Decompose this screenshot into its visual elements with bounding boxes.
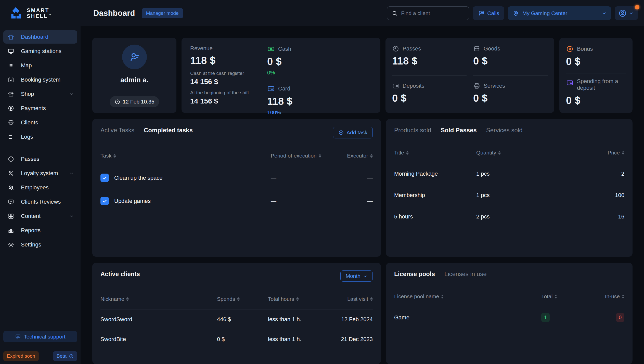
goods-stat: Goods 0 $ [473, 45, 548, 76]
top-bar: SMART SHELL™ Dashboard Manager mode [0, 0, 644, 26]
column-header-nickname[interactable]: Nickname [100, 296, 217, 302]
account-menu-button[interactable] [615, 6, 638, 20]
sidebar-item-map[interactable]: Map [3, 59, 77, 72]
task-checkbox[interactable] [100, 174, 109, 182]
info-icon [69, 354, 74, 359]
banknote-icon [267, 45, 275, 53]
table-row: Membership 1 pcs 100 [394, 185, 624, 206]
people-group-icon [8, 184, 14, 191]
bonus-value: 0 $ [566, 56, 626, 67]
operator-name: admin a. [120, 76, 148, 84]
sidebar-divider [4, 148, 76, 148]
sidebar-item-dashboard[interactable]: Dashboard [3, 30, 77, 44]
currency-coin-icon [8, 105, 14, 112]
sales-tabs: Products sold Sold Passes Services sold [394, 127, 624, 134]
bonus-header: Bonus [566, 45, 626, 53]
sort-icon [555, 295, 557, 298]
card-section-header: Card [267, 85, 372, 93]
sidebar-item-payments[interactable]: Payments [3, 102, 77, 115]
period-select-button[interactable]: Month [340, 270, 373, 282]
period-label: Month [346, 273, 360, 279]
client-spends: 446 $ [217, 316, 268, 323]
sidebar-item-settings[interactable]: Settings [3, 238, 77, 251]
sidebar-item-gaming-stations[interactable]: Gaming stations [3, 45, 77, 58]
sidebar-item-shop[interactable]: Shop [3, 87, 77, 101]
sidebar-item-loyalty-system[interactable]: Loyalty system [3, 167, 77, 180]
column-header-total[interactable]: Total [541, 293, 589, 300]
cash-value: 0 $ [267, 56, 372, 67]
client-total-hours: less than 1 h. [268, 336, 314, 343]
sort-icon [441, 295, 444, 298]
column-header-title[interactable]: Title [394, 150, 476, 156]
brand-name: SMART SHELL™ [27, 8, 51, 19]
divider [98, 91, 170, 91]
tab-licenses-in-use[interactable]: Licenses in use [444, 270, 486, 278]
column-header-in-use[interactable]: In-use [589, 293, 624, 300]
sidebar-item-clients[interactable]: Clients [3, 116, 77, 129]
sidebar: Dashboard Gaming stations Map [0, 26, 81, 364]
sidebar-item-label: Clients [21, 119, 38, 126]
licenses-table-header: License pool name Total In-use [394, 293, 624, 307]
sidebar-item-passes[interactable]: Passes [3, 152, 77, 166]
calls-button[interactable]: Calls [473, 6, 504, 20]
chevron-down-icon [69, 92, 74, 96]
sort-icon [622, 295, 624, 298]
tab-completed-tasks[interactable]: Completed tasks [144, 127, 193, 134]
credit-card-icon [267, 85, 275, 93]
column-header-task[interactable]: Task [100, 153, 271, 159]
tasks-tabs: Active Tasks Completed tasks Add task [100, 127, 373, 138]
tab-license-pools[interactable]: License pools [394, 270, 435, 278]
table-row: SwordSword 446 $ less than 1 h. 12 Feb 2… [100, 309, 373, 329]
center-selector[interactable]: My Gaming Center [508, 6, 611, 20]
dots-grid-icon [8, 62, 14, 69]
task-title: Clean up the space [114, 175, 163, 181]
sidebar-item-content[interactable]: Content [3, 210, 77, 223]
sidebar-divider [4, 347, 76, 347]
bonus-target-icon [566, 45, 574, 53]
tab-services-sold[interactable]: Services sold [486, 127, 523, 134]
column-header-price[interactable]: Price [591, 150, 624, 156]
revenue-label: Revenue [190, 45, 267, 52]
calendar-check-icon [8, 76, 14, 83]
sidebar-item-employees[interactable]: Employees [3, 181, 77, 194]
task-title: Update games [114, 198, 151, 204]
add-task-button[interactable]: Add task [333, 127, 373, 138]
column-header-spends[interactable]: Spends [217, 296, 268, 302]
technical-support-button[interactable]: Technical support [3, 331, 77, 342]
licenses-tabs: License pools Licenses in use [394, 270, 624, 278]
client-last-visit: 21 Dec 2023 [314, 336, 373, 343]
stats-cards-row: admin a. 12 Feb 10:35 Revenue 118 $ [92, 38, 633, 113]
bonus-label: Bonus [577, 46, 593, 52]
list-lines-icon [8, 134, 14, 140]
task-period: — [271, 198, 332, 204]
manager-mode-badge[interactable]: Manager mode [142, 8, 183, 18]
task-checkbox[interactable] [100, 197, 109, 205]
page-title: Dashboard [93, 9, 135, 18]
column-header-last-visit[interactable]: Last visit [314, 296, 373, 302]
column-header-pool-name[interactable]: License pool name [394, 293, 541, 300]
passes-value: 118 $ [392, 55, 467, 67]
tab-active-tasks[interactable]: Active Tasks [100, 127, 134, 134]
brand-logo[interactable]: SMART SHELL™ [0, 7, 81, 20]
beta-badge[interactable]: Beta [53, 351, 77, 361]
table-row: Game 1 0 [394, 307, 624, 328]
sort-icon [319, 154, 321, 158]
sidebar-item-booking-system[interactable]: Booking system [3, 73, 77, 86]
column-header-period[interactable]: Period of execution [271, 153, 332, 159]
sales-stats-card: Passes 118 $ Goods 0 $ [385, 38, 554, 113]
tab-sold-passes[interactable]: Sold Passes [441, 127, 476, 134]
column-header-total-hours[interactable]: Total hours [268, 296, 314, 302]
sidebar-item-label: Passes [21, 156, 39, 162]
location-pin-icon [512, 10, 519, 17]
sidebar-item-clients-reviews[interactable]: Clients Reviews [3, 195, 77, 209]
percent-icon [8, 170, 14, 177]
tasks-panel: Active Tasks Completed tasks Add task [92, 119, 381, 257]
sidebar-item-logs[interactable]: Logs [3, 130, 77, 144]
payment-breakdown: Cash 0 $ 0% Card 118 $ 100% [267, 45, 372, 105]
sidebar-item-label: Loyalty system [21, 170, 58, 177]
column-header-executor[interactable]: Executor [332, 153, 373, 159]
column-header-quantity[interactable]: Quantity [476, 150, 591, 156]
tab-products-sold[interactable]: Products sold [394, 127, 431, 134]
search-input[interactable] [401, 10, 465, 16]
sidebar-item-reports[interactable]: Reports [3, 224, 77, 237]
